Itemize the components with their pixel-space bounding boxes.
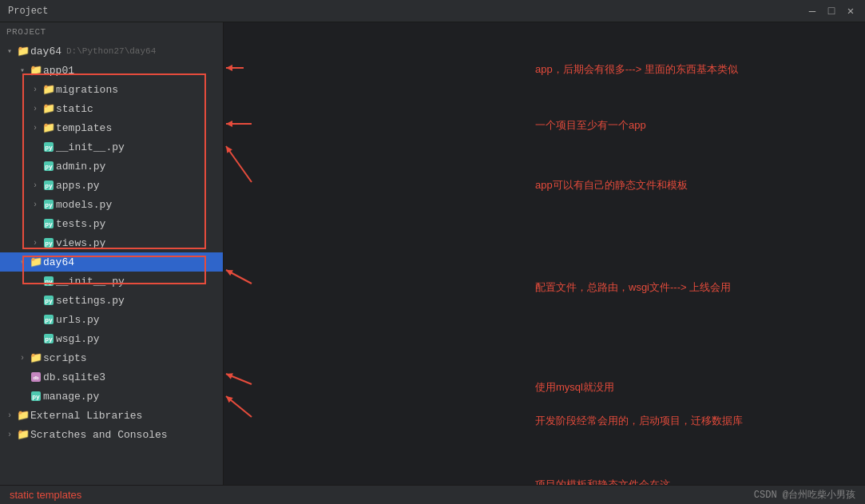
- svg-line-32: [226, 374, 252, 384]
- tree-icon-models-app: py: [42, 199, 56, 210]
- tree-label-scratches: Scratches and Consoles: [30, 429, 168, 441]
- svg-text:db: db: [33, 375, 39, 381]
- tree-item-urls-day64[interactable]: pyurls.py: [0, 310, 223, 329]
- svg-text:py: py: [45, 220, 53, 228]
- tree-item-templates-app[interactable]: 📁templates: [0, 118, 223, 137]
- tree-icon-init-app: py: [42, 141, 56, 153]
- tree-label-manage-py: manage.py: [43, 391, 99, 403]
- tree-arrow-day64-pkg: [16, 257, 29, 267]
- svg-text:py: py: [32, 393, 40, 400]
- tree-label-day64-pkg: day64: [43, 256, 74, 268]
- tree-item-day64-pkg[interactable]: 📁day64: [0, 252, 223, 272]
- tree-label-scripts: scripts: [43, 352, 87, 364]
- tree-icon-tests-app: py: [42, 218, 56, 229]
- svg-line-30: [226, 270, 252, 284]
- file-tree-sidebar: Project 📁day64D:\Python27\day64📁app01📁mi…: [0, 22, 224, 485]
- tree-icon-urls-day64: py: [42, 314, 56, 325]
- svg-text:py: py: [45, 297, 53, 304]
- tree-label-admin-app: admin.py: [56, 161, 105, 173]
- tree-label-urls-day64: urls.py: [56, 314, 100, 326]
- tree-item-static-app[interactable]: 📁static: [0, 99, 223, 118]
- annotation-ann7: 项目的模板和静态文件会在这: [535, 478, 670, 485]
- svg-text:py: py: [45, 201, 53, 208]
- tree-label-init-app: __init__.py: [56, 141, 125, 153]
- tree-icon-app01: 📁: [29, 64, 43, 77]
- tree-icon-manage-py: py: [29, 391, 43, 402]
- svg-text:py: py: [45, 163, 53, 170]
- tree-icon-views-app: py: [42, 237, 56, 248]
- maximize-button[interactable]: □: [825, 5, 838, 18]
- title-bar-controls: — □ ✕: [806, 5, 857, 18]
- tree-item-apps-app[interactable]: pyapps.py: [0, 176, 223, 195]
- tree-arrow-day64-root: [3, 46, 16, 56]
- tree-item-day64-root[interactable]: 📁day64D:\Python27\day64: [0, 42, 223, 61]
- tree-item-admin-app[interactable]: pyadmin.py: [0, 157, 223, 176]
- tree-arrow-apps-app: [29, 181, 42, 190]
- annotation-ann1: app，后期会有很多---> 里面的东西基本类似: [535, 62, 738, 77]
- tree-label-templates-app: templates: [56, 122, 112, 134]
- tree-item-scratches[interactable]: 📁Scratches and Consoles: [0, 425, 223, 444]
- main-layout: Project 📁day64D:\Python27\day64📁app01📁mi…: [0, 22, 865, 485]
- tree-arrow-scratches: [3, 431, 16, 439]
- tree-sublabel-day64-root: D:\Python27\day64: [66, 46, 156, 56]
- svg-text:py: py: [45, 335, 53, 343]
- tree-item-settings-day64[interactable]: pysettings.py: [0, 291, 223, 310]
- tree-label-views-app: views.py: [56, 237, 105, 249]
- svg-text:py: py: [45, 278, 53, 285]
- tree-item-scripts[interactable]: 📁scripts: [0, 348, 223, 367]
- svg-marker-31: [226, 270, 233, 276]
- tree-item-manage-py[interactable]: pymanage.py: [0, 387, 223, 406]
- tree-arrow-migrations: [29, 85, 42, 94]
- svg-marker-35: [226, 396, 233, 403]
- tree-item-tests-app[interactable]: pytests.py: [0, 214, 223, 233]
- status-left: static templates: [10, 489, 81, 501]
- tree-label-static-app: static: [56, 103, 93, 115]
- tree-label-db-sqlite3: db.sqlite3: [43, 371, 105, 383]
- tree-item-app01[interactable]: 📁app01: [0, 61, 223, 80]
- tree-label-models-app: models.py: [56, 199, 112, 211]
- tree-label-ext-libs: External Libraries: [30, 410, 142, 422]
- tree-item-init-day64[interactable]: py__init__.py: [0, 272, 223, 291]
- tree-item-init-app[interactable]: py__init__.py: [0, 137, 223, 157]
- tree-item-migrations[interactable]: 📁migrations: [0, 80, 223, 99]
- annotation-ann3: app可以有自己的静态文件和模板: [535, 178, 688, 192]
- tree-item-ext-libs[interactable]: 📁External Libraries: [0, 406, 223, 425]
- tree-label-init-day64: __init__.py: [56, 276, 125, 288]
- tree-label-apps-app: apps.py: [56, 180, 100, 192]
- tree-arrow-ext-libs: [3, 411, 16, 420]
- tree-icon-templates-app: 📁: [42, 121, 56, 134]
- title-bar: Project — □ ✕: [0, 0, 865, 22]
- annotation-ann5: 使用mysql就没用: [535, 380, 614, 395]
- annotation-ann6: 开发阶段经常会用的，启动项目，迁移数据库: [535, 414, 743, 428]
- svg-text:py: py: [45, 144, 53, 151]
- svg-text:py: py: [45, 316, 53, 323]
- tree-arrow-app01: [16, 65, 29, 75]
- tree-item-wsgi-day64[interactable]: pywsgi.py: [0, 329, 223, 348]
- tree-label-settings-day64: settings.py: [56, 295, 125, 307]
- tree-arrow-scripts: [16, 354, 29, 363]
- svg-line-28: [226, 146, 252, 182]
- annotation-ann2: 一个项目至少有一个app: [535, 118, 646, 133]
- svg-marker-33: [226, 373, 233, 379]
- tree-icon-admin-app: py: [42, 161, 56, 172]
- tree-icon-day64-root: 📁: [16, 45, 30, 58]
- tree-item-db-sqlite3[interactable]: dbdb.sqlite3: [0, 367, 223, 387]
- tree-arrow-templates-app: [29, 124, 42, 133]
- tree-label-wsgi-day64: wsgi.py: [56, 333, 100, 345]
- annotation-ann4: 配置文件，总路由，wsgi文件---> 上线会用: [535, 280, 731, 295]
- tree-arrow-models-app: [29, 200, 42, 209]
- tree-arrow-views-app: [29, 239, 42, 248]
- status-right: CSDN @台州吃柴小男孩: [754, 488, 855, 502]
- minimize-button[interactable]: —: [806, 5, 819, 18]
- tree-icon-static-app: 📁: [42, 102, 56, 115]
- tree-label-day64-root: day64: [30, 46, 62, 58]
- svg-text:py: py: [45, 182, 53, 189]
- tree-icon-day64-pkg: 📁: [29, 256, 43, 268]
- tree-item-models-app[interactable]: pymodels.py: [0, 195, 223, 214]
- tree-icon-scratches: 📁: [16, 428, 30, 441]
- close-button[interactable]: ✕: [844, 5, 857, 18]
- title-bar-text: Project: [8, 6, 48, 17]
- tree-item-views-app[interactable]: pyviews.py: [0, 233, 223, 252]
- tree-arrow-static-app: [29, 105, 42, 113]
- tree-icon-init-day64: py: [42, 276, 56, 287]
